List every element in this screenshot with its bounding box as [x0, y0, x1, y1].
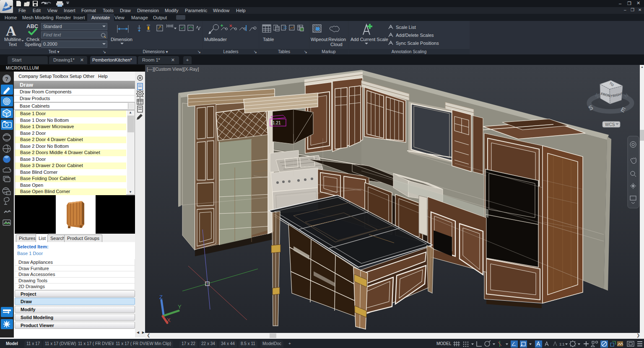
svg-text:1.21: 1.21 — [273, 121, 281, 125]
svg-text:?: ? — [5, 76, 8, 82]
svg-text:WCS: WCS — [605, 122, 615, 127]
svg-text:[—][Custom View][X-Ray]: [—][Custom View][X-Ray] — [147, 67, 199, 72]
svg-text:X: X — [167, 317, 171, 323]
svg-text:Y: Y — [178, 304, 182, 310]
svg-text:1:1: 1:1 — [559, 342, 565, 346]
svg-text:Z: Z — [159, 294, 163, 300]
